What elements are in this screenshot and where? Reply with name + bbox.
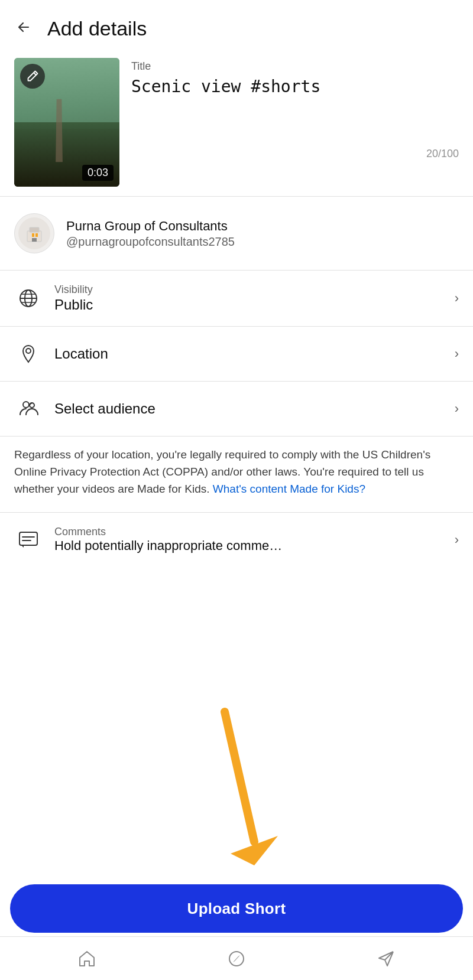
title-input[interactable]: Scenic view #shorts	[131, 76, 459, 141]
channel-name: Purna Group of Consultants	[66, 218, 459, 235]
globe-icon	[14, 284, 43, 312]
comments-row[interactable]: Comments Hold potentially inappropriate …	[0, 513, 473, 567]
location-row[interactable]: Location ›	[0, 327, 473, 381]
comments-content: Comments Hold potentially inappropriate …	[54, 526, 443, 554]
audience-chevron: ›	[455, 401, 459, 416]
upload-short-button[interactable]: Upload Short	[10, 884, 463, 933]
coppa-link[interactable]: What's content Made for Kids?	[213, 483, 365, 495]
svg-rect-13	[20, 532, 37, 545]
location-icon	[14, 340, 43, 368]
audience-content: Select audience	[54, 401, 443, 417]
comments-value: Hold potentially inappropriate comme…	[54, 538, 443, 554]
back-button[interactable]	[12, 17, 35, 40]
header: Add details	[0, 0, 473, 52]
avatar	[14, 213, 54, 253]
svg-rect-3	[35, 233, 38, 237]
location-value: Location	[54, 346, 443, 362]
back-arrow-icon	[15, 19, 32, 38]
channel-info: Purna Group of Consultants @purnagroupof…	[66, 218, 459, 249]
bottom-nav	[0, 936, 473, 980]
svg-point-10	[26, 349, 31, 353]
visibility-label: Visibility	[54, 284, 443, 297]
comments-chevron: ›	[455, 532, 459, 548]
channel-handle: @purnagroupofconsultants2785	[66, 235, 459, 249]
edit-thumbnail-button[interactable]	[20, 64, 45, 89]
svg-point-11	[23, 402, 29, 408]
video-thumbnail[interactable]: 0:03	[14, 58, 119, 187]
svg-marker-19	[233, 955, 240, 962]
video-title-section: 0:03 Title Scenic view #shorts 20/100	[0, 52, 473, 196]
comments-label: Comments	[54, 526, 443, 538]
location-chevron: ›	[455, 346, 459, 362]
home-icon[interactable]	[72, 944, 102, 974]
video-duration: 0:03	[82, 165, 114, 181]
title-label: Title	[131, 60, 459, 73]
thumbnail-rail-left	[56, 99, 63, 161]
send-icon[interactable]	[371, 944, 401, 974]
svg-rect-1	[30, 227, 39, 232]
audience-icon	[14, 395, 43, 423]
svg-rect-2	[32, 233, 34, 237]
svg-line-16	[225, 712, 254, 842]
compass-icon[interactable]	[222, 944, 251, 974]
visibility-chevron: ›	[455, 291, 459, 306]
svg-marker-17	[231, 836, 278, 865]
visibility-content: Visibility Public	[54, 284, 443, 313]
audience-value: Select audience	[54, 401, 443, 417]
visibility-row[interactable]: Visibility Public ›	[0, 271, 473, 326]
page-title: Add details	[47, 17, 147, 40]
svg-rect-4	[32, 238, 37, 242]
coppa-notice: Regardless of your location, you're lega…	[0, 437, 473, 512]
channel-row: Purna Group of Consultants @purnagroupof…	[0, 197, 473, 270]
char-count: 20/100	[131, 148, 459, 160]
avatar-inner	[18, 217, 50, 249]
audience-row[interactable]: Select audience ›	[0, 382, 473, 436]
title-area: Title Scenic view #shorts 20/100	[131, 58, 459, 160]
arrow-annotation	[0, 697, 473, 880]
upload-button-container: Upload Short	[10, 884, 463, 933]
visibility-value: Public	[54, 297, 443, 313]
comments-icon	[14, 526, 43, 554]
upload-button-label: Upload Short	[187, 900, 286, 918]
location-content: Location	[54, 346, 443, 362]
